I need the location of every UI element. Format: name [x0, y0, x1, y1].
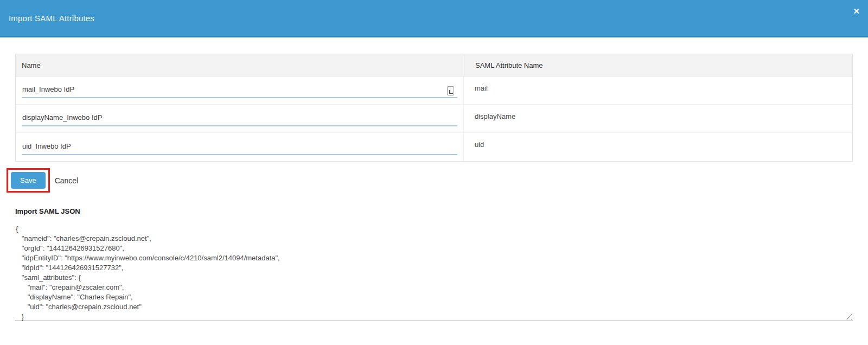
- column-header-name: Name: [16, 54, 464, 76]
- modal-header: Import SAML Attributes ✕: [0, 0, 868, 37]
- name-cell: [16, 105, 464, 132]
- table-header-row: Name SAML Attribute Name: [16, 54, 852, 76]
- column-header-saml-attribute-name: SAML Attribute Name: [464, 54, 852, 76]
- autofill-extension-icon[interactable]: [447, 86, 454, 95]
- modal-title: Import SAML Attributes: [9, 14, 94, 23]
- table-row: displayName: [16, 105, 852, 133]
- saml-attribute-value: displayName: [464, 105, 852, 132]
- name-cell: [16, 133, 464, 161]
- close-icon[interactable]: ✕: [853, 7, 860, 15]
- saml-attributes-table: Name SAML Attribute Name mail displayNam…: [15, 54, 853, 162]
- import-saml-json-textarea[interactable]: { "nameid": "charles@crepain.zscloud.net…: [15, 219, 853, 321]
- modal-content: Name SAML Attribute Name mail displayNam…: [15, 54, 853, 321]
- saml-attribute-value: mail: [464, 76, 852, 104]
- import-saml-json-label: Import SAML JSON: [15, 207, 853, 215]
- name-input-displayname[interactable]: [22, 113, 457, 126]
- json-textarea-wrap: { "nameid": "charles@crepain.zscloud.net…: [15, 219, 853, 321]
- actions-row: Save Cancel: [15, 168, 853, 193]
- name-cell: [16, 76, 464, 104]
- table-row: mail: [16, 76, 852, 105]
- cancel-button[interactable]: Cancel: [55, 176, 79, 185]
- save-button[interactable]: Save: [11, 172, 46, 189]
- table-row: uid: [16, 133, 852, 161]
- name-input-mail[interactable]: [22, 85, 457, 98]
- saml-attribute-value: uid: [464, 133, 852, 161]
- red-highlight-annotation: Save: [7, 168, 50, 193]
- name-input-uid[interactable]: [22, 142, 457, 155]
